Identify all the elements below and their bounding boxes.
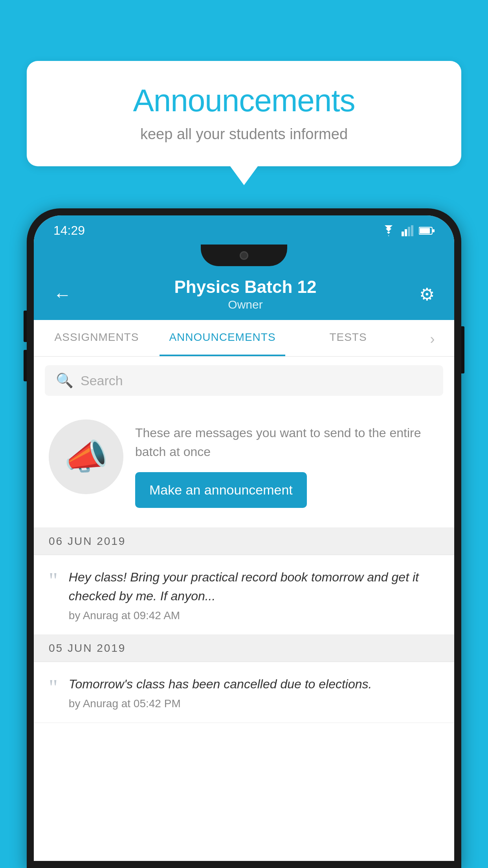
phone-frame: 14:29 [27, 208, 461, 868]
announcement-content-1: Tomorrow's class has been cancelled due … [69, 675, 439, 710]
header-subtitle: Owner [174, 298, 317, 311]
status-time: 14:29 [53, 223, 85, 238]
tab-announcements[interactable]: ANNOUNCEMENTS [160, 320, 285, 356]
header-title: Physics Batch 12 [174, 277, 317, 297]
status-icons [381, 225, 435, 236]
announcement-item-1[interactable]: " Tomorrow's class has been cancelled du… [34, 662, 454, 723]
promo-icon-circle: 📣 [49, 419, 123, 494]
front-camera [240, 251, 248, 260]
promo-description: These are messages you want to send to t… [135, 423, 439, 461]
make-announcement-button[interactable]: Make an announcement [135, 472, 307, 508]
speech-bubble-container: Announcements keep all your students inf… [27, 61, 461, 166]
back-button[interactable]: ← [53, 284, 72, 305]
announcement-meta-0: by Anurag at 09:42 AM [69, 609, 439, 622]
volume-up-button[interactable] [24, 311, 27, 342]
search-input-wrapper[interactable]: 🔍 Search [45, 365, 443, 396]
tab-more[interactable]: › [411, 320, 454, 356]
quote-icon-1: " [49, 677, 58, 699]
svg-rect-2 [408, 227, 410, 236]
megaphone-icon: 📣 [64, 436, 108, 478]
promo-block: 📣 These are messages you want to send to… [34, 405, 454, 528]
notch [201, 245, 287, 266]
power-button[interactable] [461, 326, 464, 373]
search-bar: 🔍 Search [34, 357, 454, 405]
quote-icon-0: " [49, 570, 58, 592]
tab-tests[interactable]: TESTS [285, 320, 411, 356]
volume-down-button[interactable] [24, 350, 27, 381]
date-separator-0: 06 JUN 2019 [34, 528, 454, 555]
settings-icon[interactable]: ⚙ [419, 284, 435, 304]
status-bar: 14:29 [34, 215, 454, 243]
battery-icon [419, 226, 435, 235]
svg-rect-5 [420, 228, 430, 234]
announcement-meta-1: by Anurag at 05:42 PM [69, 697, 439, 710]
phone-screen: 14:29 [34, 215, 454, 861]
search-placeholder: Search [81, 373, 123, 388]
tab-assignments[interactable]: ASSIGNMENTS [34, 320, 160, 356]
tabs-bar: ASSIGNMENTS ANNOUNCEMENTS TESTS › [34, 320, 454, 357]
announcement-content-0: Hey class! Bring your practical record b… [69, 568, 439, 622]
announcement-item-0[interactable]: " Hey class! Bring your practical record… [34, 555, 454, 635]
svg-rect-3 [411, 225, 413, 236]
svg-rect-1 [405, 229, 407, 236]
wifi-icon [381, 225, 396, 236]
app-header: ← Physics Batch 12 Owner ⚙ [34, 266, 454, 320]
svg-rect-6 [433, 229, 435, 232]
notch-area [34, 243, 454, 266]
signal-icon [402, 225, 413, 236]
search-icon: 🔍 [56, 372, 73, 389]
promo-content: These are messages you want to send to t… [135, 419, 439, 508]
announcement-text-0: Hey class! Bring your practical record b… [69, 568, 439, 605]
announcement-text-1: Tomorrow's class has been cancelled due … [69, 675, 439, 693]
header-title-block: Physics Batch 12 Owner [174, 277, 317, 311]
speech-bubble-subtitle: keep all your students informed [50, 126, 438, 143]
content-area: 🔍 Search 📣 These are messages you want t… [34, 357, 454, 861]
speech-bubble-title: Announcements [50, 83, 438, 119]
date-separator-1: 05 JUN 2019 [34, 635, 454, 662]
svg-rect-0 [402, 232, 404, 236]
speech-bubble: Announcements keep all your students inf… [27, 61, 461, 166]
